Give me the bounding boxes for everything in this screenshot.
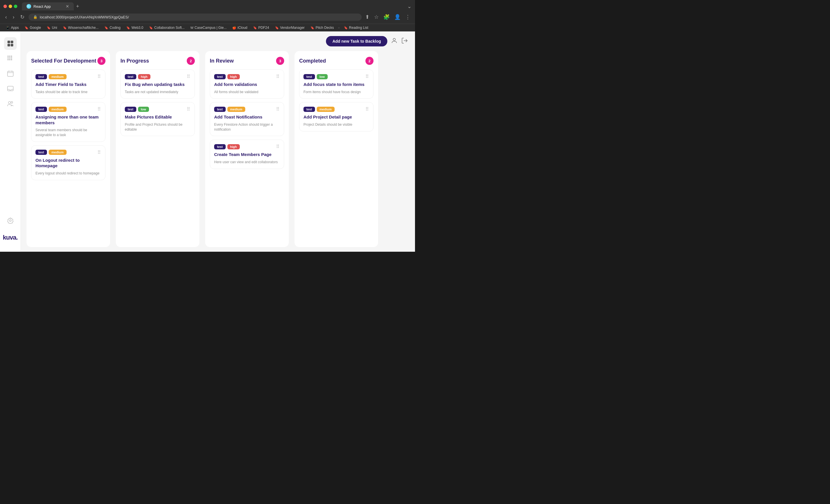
close-window-button[interactable] <box>3 5 7 8</box>
task-description: All forms should be validated <box>214 90 280 95</box>
tag-test: test <box>214 144 226 149</box>
forward-button[interactable]: › <box>11 13 16 21</box>
content-header: Add new Task to Backlog <box>21 31 415 51</box>
svg-rect-0 <box>7 41 10 43</box>
bookmark-label: Web3.0 <box>131 26 143 30</box>
bookmark-pdf24[interactable]: 🔖 PDF24 <box>251 25 271 30</box>
column-count-badge: 2 <box>187 57 195 65</box>
bookmark-uni[interactable]: 🔖 Uni <box>44 25 59 30</box>
bookmark-coding[interactable]: 🔖 Coding <box>102 25 123 30</box>
task-card-menu-button[interactable]: ⠿ <box>276 144 280 149</box>
tag-medium: medium <box>49 107 67 112</box>
reload-button[interactable]: ↻ <box>19 13 26 21</box>
user-profile-button[interactable] <box>391 37 398 45</box>
task-card-menu-button[interactable]: ⠿ <box>97 106 101 112</box>
svg-rect-9 <box>11 57 12 59</box>
tag-test: test <box>304 74 315 79</box>
task-title: Create Team Members Page <box>214 152 280 157</box>
task-description: Several team members should be assignabl… <box>35 128 101 137</box>
task-card-menu-button[interactable]: ⠿ <box>365 106 369 112</box>
bookmark-pitchdecks[interactable]: 🔖 Pitch Decks <box>308 25 336 30</box>
casecampus-icon: W <box>191 26 193 29</box>
task-card-header: testhigh⠿ <box>214 74 280 79</box>
task-card-menu-button[interactable]: ⠿ <box>276 106 280 112</box>
bookmark-label: Coding <box>109 26 121 30</box>
svg-rect-5 <box>9 56 10 57</box>
folder-icon: 🔖 <box>126 26 130 30</box>
maximize-window-button[interactable] <box>14 5 17 8</box>
tag-test: test <box>125 107 136 112</box>
menu-button[interactable]: ⋮ <box>404 13 412 21</box>
new-tab-button[interactable]: + <box>76 3 79 9</box>
svg-rect-4 <box>7 56 9 57</box>
task-card-menu-button[interactable]: ⠿ <box>97 74 101 79</box>
task-card-header: testmedium⠿ <box>214 106 280 112</box>
task-title: Make Pictures Editable <box>125 114 191 120</box>
bookmark-web3[interactable]: 🔖 Web3.0 <box>124 25 146 30</box>
tag-medium: medium <box>49 74 67 79</box>
task-card[interactable]: testhigh⠿Fix Bug when updating tasksTask… <box>121 69 195 99</box>
task-card-menu-button[interactable]: ⠿ <box>365 74 369 79</box>
task-tags: testmedium <box>35 150 67 155</box>
sidebar-item-calendar[interactable] <box>4 67 17 80</box>
folder-icon: 🔖 <box>47 26 51 30</box>
task-card-header: testlow⠿ <box>304 74 369 79</box>
task-card[interactable]: testmedium⠿On Logout redirect to Homepag… <box>31 145 105 180</box>
svg-rect-3 <box>11 44 13 46</box>
profile-button[interactable]: 👤 <box>393 13 402 21</box>
task-card-menu-button[interactable]: ⠿ <box>97 150 101 155</box>
task-description: Here user can view and edit collaborator… <box>214 160 280 165</box>
sidebar-item-team[interactable] <box>4 97 17 110</box>
task-card[interactable]: testhigh⠿Add form validationsAll forms s… <box>210 69 284 99</box>
task-description: Project Details should be visible <box>304 122 369 127</box>
extensions-button[interactable]: 🧩 <box>382 13 391 21</box>
bookmark-vendormanager[interactable]: 🔖 VendorManager <box>273 25 307 30</box>
tab-close-button[interactable]: ✕ <box>66 4 69 9</box>
task-tags: testhigh <box>214 74 240 79</box>
bookmark-label: Apps <box>11 26 19 30</box>
tag-test: test <box>35 150 47 155</box>
task-tags: testhigh <box>125 74 151 79</box>
folder-icon: 🔖 <box>310 26 314 30</box>
tag-high: high <box>138 74 151 79</box>
task-tags: testmedium <box>35 74 67 79</box>
task-card[interactable]: testmedium⠿Add Timer Field to TasksTasks… <box>31 69 105 99</box>
sidebar-item-settings[interactable] <box>4 214 17 227</box>
bookmark-readinglist[interactable]: 🔖 Reading List <box>342 25 371 30</box>
bookmark-apps[interactable]: 📱 Apps <box>3 25 21 30</box>
sidebar-item-grid[interactable] <box>4 52 17 65</box>
sidebar-item-inbox[interactable] <box>4 82 17 95</box>
logout-button[interactable] <box>401 37 408 45</box>
bookmark-collaboration[interactable]: 🔖 Collaboration Soft... <box>147 25 187 30</box>
task-card[interactable]: testmedium⠿Assigning more than one team … <box>31 102 105 142</box>
task-card[interactable]: testmedium⠿Add Toast NotificationsEvery … <box>210 102 284 136</box>
apps-icon: 📱 <box>6 26 10 30</box>
folder-icon: 🔖 <box>253 26 257 30</box>
bookmark-button[interactable]: ☆ <box>373 13 380 21</box>
share-button[interactable]: ⬆ <box>364 13 371 21</box>
task-card-menu-button[interactable]: ⠿ <box>276 74 280 79</box>
bookmark-wissenschaftliche[interactable]: 🔖 Wissenschaftliche... <box>61 25 101 30</box>
task-card[interactable]: testmedium⠿Add Project Detail pageProjec… <box>299 102 374 131</box>
bookmark-google[interactable]: 🔖 Google <box>22 25 43 30</box>
add-task-button[interactable]: Add new Task to Backlog <box>326 36 387 46</box>
task-title: Assigning more than one team members <box>35 114 101 125</box>
task-card[interactable]: testlow⠿Make Pictures EditableProfile an… <box>121 102 195 136</box>
task-card[interactable]: testlow⠿Add focus state to form itemsFor… <box>299 69 374 99</box>
task-card-menu-button[interactable]: ⠿ <box>187 106 191 112</box>
bookmark-casecampus[interactable]: W CaseCampus | Gie... <box>188 25 229 30</box>
task-description: Every Firestore Action should trigger a … <box>214 122 280 132</box>
bookmark-icloud[interactable]: 🍎 iCloud <box>230 25 250 30</box>
folder-icon: 🔖 <box>149 26 153 30</box>
task-title: Add Project Detail page <box>304 114 369 120</box>
bookmark-label: Google <box>30 26 41 30</box>
address-bar[interactable]: 🔒 localhost:3000/project/UXenANqXnMWWSXg… <box>29 13 362 21</box>
task-card[interactable]: testhigh⠿Create Team Members PageHere us… <box>210 139 284 169</box>
task-card-menu-button[interactable]: ⠿ <box>187 74 191 79</box>
back-button[interactable]: ‹ <box>3 13 9 21</box>
column-in-progress: In Progress2testhigh⠿Fix Bug when updati… <box>116 51 199 247</box>
browser-tab[interactable]: ⚛ React App ✕ <box>22 2 74 10</box>
minimize-window-button[interactable] <box>9 5 12 8</box>
sidebar-item-dashboard[interactable] <box>4 37 17 50</box>
svg-point-20 <box>8 101 11 104</box>
